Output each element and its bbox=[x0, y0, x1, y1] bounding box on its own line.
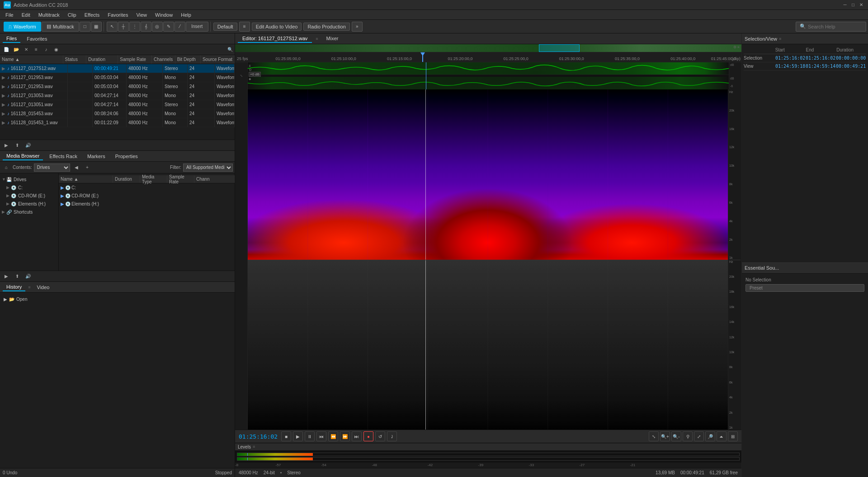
default-workspace-btn[interactable]: Default bbox=[213, 23, 237, 31]
list-item[interactable]: ▶ 💿 Elements (H:) bbox=[59, 200, 235, 208]
fit-view-btn[interactable]: ⤡ bbox=[649, 431, 659, 441]
history-item-open[interactable]: ▶ 📂 Open bbox=[2, 295, 233, 304]
spectrogram-display[interactable] bbox=[248, 89, 728, 430]
skip-btn[interactable]: ⤸ bbox=[387, 431, 397, 441]
playhead[interactable] bbox=[422, 52, 423, 62]
col-header-bitdepth[interactable]: Bit Depth bbox=[175, 55, 201, 64]
filter-select[interactable]: All Supported Media bbox=[183, 164, 233, 172]
zoom-sel-btn[interactable]: ⚲ bbox=[683, 431, 693, 441]
levels-menu-icon[interactable]: ≡ bbox=[253, 444, 255, 449]
editor-menu-icon[interactable]: ≡ bbox=[316, 37, 318, 41]
loop-btn[interactable]: ↺ bbox=[375, 431, 385, 441]
prev-btn[interactable]: ⏮ bbox=[316, 431, 326, 441]
display-btn-1[interactable]: □ bbox=[80, 22, 90, 32]
files-btn-5[interactable]: ♪ bbox=[42, 46, 51, 54]
pause-btn[interactable]: ⏸ bbox=[305, 431, 315, 441]
tree-item-cdrom[interactable]: ▶ 💿 CD-ROM (E:) bbox=[0, 192, 58, 200]
tab-properties[interactable]: Properties bbox=[112, 153, 142, 160]
tab-history[interactable]: History bbox=[3, 283, 25, 291]
tree-item-c[interactable]: ▶ 💿 C: bbox=[0, 183, 58, 192]
history-menu-icon[interactable]: ≡ bbox=[28, 285, 30, 290]
radio-production-btn[interactable]: Radio Production bbox=[303, 23, 349, 31]
tab-media-browser[interactable]: Media Browser bbox=[3, 152, 43, 160]
contents-select[interactable]: Drives bbox=[34, 164, 70, 172]
table-row[interactable]: ▶♪ 161128_015453_1.wav 00:01:22:09 48000… bbox=[0, 118, 235, 127]
col-header-samplerate[interactable]: Sample Rate bbox=[118, 55, 152, 64]
tab-files[interactable]: Files bbox=[3, 35, 20, 43]
mb-home-btn[interactable]: ⌂ bbox=[2, 164, 11, 172]
mb-add-btn[interactable]: + bbox=[83, 164, 92, 172]
list-item[interactable]: ▶ 💿 CD-ROM (E:) bbox=[59, 192, 235, 200]
mixer-tab[interactable]: Mixer bbox=[322, 35, 343, 43]
zoom-full-btn[interactable]: ⤢ bbox=[694, 431, 704, 441]
sv-menu-icon[interactable]: ≡ bbox=[779, 37, 781, 41]
workspace-menu-btn[interactable]: ≡ bbox=[239, 22, 250, 32]
mb-prev-btn[interactable]: ◀ bbox=[72, 164, 81, 172]
tool-select[interactable]: ┼ bbox=[118, 22, 129, 32]
zoom-waveform-btn[interactable]: ⏶ bbox=[717, 431, 726, 441]
files-btn-6[interactable]: ◉ bbox=[52, 46, 61, 54]
minimize-button[interactable]: ─ bbox=[842, 2, 848, 8]
record-btn[interactable]: ● bbox=[363, 431, 373, 441]
close-file-btn[interactable]: ✕ bbox=[22, 46, 31, 54]
menu-view[interactable]: View bbox=[132, 11, 151, 19]
col-header-channels[interactable]: Channels bbox=[152, 55, 175, 64]
search-help-input[interactable] bbox=[808, 24, 862, 29]
col-header-status[interactable]: Status bbox=[63, 55, 87, 64]
menu-edit[interactable]: Edit bbox=[18, 11, 34, 19]
eq-icon[interactable]: ◈ bbox=[249, 77, 261, 81]
tool-time[interactable]: 𝄞 bbox=[141, 22, 151, 32]
multitrack-tab[interactable]: ▤ Multitrack bbox=[42, 22, 79, 32]
stop-btn[interactable]: ■ bbox=[281, 431, 291, 441]
open-file-btn[interactable]: 📂 bbox=[12, 46, 21, 54]
sv-duration-selection[interactable]: 00:00:00:00 bbox=[836, 56, 866, 61]
menu-clip[interactable]: Clip bbox=[64, 11, 80, 19]
sv-duration-view[interactable]: 00:00:49:21 bbox=[836, 64, 866, 69]
menu-effects[interactable]: Effects bbox=[81, 11, 103, 19]
mb-play-btn[interactable]: ▶ bbox=[2, 272, 11, 281]
col-header-name[interactable]: Name ▲ bbox=[0, 55, 63, 64]
next-btn[interactable]: ⏭ bbox=[352, 431, 362, 441]
col-header-sourceformat[interactable]: Source Format bbox=[201, 55, 235, 64]
sv-end-selection[interactable]: 01:25:16:02 bbox=[806, 56, 836, 61]
tab-markers[interactable]: Markers bbox=[84, 153, 109, 160]
col-header-duration[interactable]: Duration bbox=[86, 55, 118, 64]
tab-effects-rack[interactable]: Effects Rack bbox=[46, 153, 81, 160]
tree-item-elements[interactable]: ▶ 💿 Elements (H:) bbox=[0, 200, 58, 208]
table-row[interactable]: ▶♪ 161127_013051.wav 00:04:27:14 48000 H… bbox=[0, 100, 235, 109]
mb-export-btn[interactable]: ⬆ bbox=[13, 272, 22, 281]
sv-end-view[interactable]: 01:24:59:14 bbox=[806, 64, 836, 69]
menu-window[interactable]: Window bbox=[151, 11, 176, 19]
fwd-btn[interactable]: ⏩ bbox=[340, 431, 350, 441]
close-button[interactable]: ✕ bbox=[858, 2, 864, 8]
tool-pencil[interactable]: ∕ bbox=[175, 22, 185, 32]
waveform-tab[interactable]: ⎍ Waveform bbox=[4, 22, 41, 32]
preset-btn[interactable]: Preset bbox=[745, 284, 864, 292]
clock-icon[interactable]: ⏲ bbox=[249, 68, 261, 71]
menu-favorites[interactable]: Favorites bbox=[104, 11, 132, 19]
menu-file[interactable]: File bbox=[2, 11, 17, 19]
tool-brush[interactable]: ✎ bbox=[163, 22, 174, 32]
tool-move[interactable]: ↖ bbox=[107, 22, 118, 32]
waveform-overview[interactable]: ⚙ ≡ bbox=[235, 44, 741, 52]
meter-icon[interactable]: ⧖ bbox=[249, 64, 261, 68]
play-btn[interactable]: ▶ bbox=[293, 431, 303, 441]
tool-razor[interactable]: ⋮ bbox=[129, 22, 140, 32]
insert-btn[interactable]: Insert bbox=[186, 22, 208, 32]
volume-btn[interactable]: 🔊 bbox=[24, 141, 33, 150]
editor-tab[interactable]: Editor: 161127_0127S12.wav bbox=[238, 35, 312, 43]
table-row[interactable]: ▶♪ 161127_0127S12.wav 00:00:49:21 48000 … bbox=[0, 64, 235, 73]
table-row[interactable]: ▶♪ 161127_012953.wav 00:05:03:04 48000 H… bbox=[0, 73, 235, 82]
list-item[interactable]: ▶ 💿 C: bbox=[59, 183, 235, 192]
more-workspaces-btn[interactable]: » bbox=[352, 22, 363, 32]
tree-item-drives[interactable]: ▼ 💾 Drives bbox=[0, 175, 58, 183]
menu-help[interactable]: Help bbox=[177, 11, 195, 19]
sv-start-view[interactable]: 01:24:59:18 bbox=[775, 64, 806, 69]
mb-volume-btn[interactable]: 🔊 bbox=[24, 272, 33, 281]
export-btn[interactable]: ⬆ bbox=[13, 141, 22, 150]
edit-audio-video-btn[interactable]: Edit Audio to Video bbox=[252, 23, 302, 31]
fit-btn[interactable]: ⤡ bbox=[240, 74, 243, 78]
zoom-sel2-btn[interactable]: 🔎 bbox=[705, 431, 715, 441]
menu-multitrack[interactable]: Multitrack bbox=[35, 11, 63, 19]
sv-start-selection[interactable]: 01:25:16:02 bbox=[775, 56, 806, 61]
